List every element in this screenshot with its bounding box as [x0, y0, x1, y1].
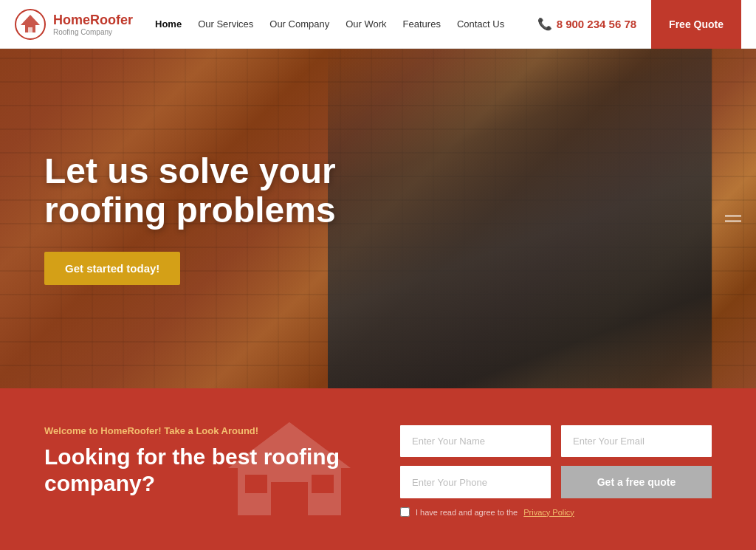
menu-line-2	[725, 221, 741, 222]
header: HomeRoofer Roofing Company Home Our Serv…	[0, 0, 756, 49]
svg-rect-7	[245, 475, 267, 493]
privacy-checkbox[interactable]	[400, 507, 410, 517]
form-row-1	[400, 425, 712, 457]
logo-icon	[15, 9, 46, 40]
hero-cta-button[interactable]: Get started today!	[44, 252, 180, 285]
nav-contact[interactable]: Contact Us	[457, 18, 504, 30]
nav-services[interactable]: Our Services	[198, 18, 253, 30]
hero-title: Let us solve your roofing problems	[44, 152, 384, 230]
svg-rect-8	[312, 475, 334, 493]
form-row-2: Get a free quote	[400, 466, 712, 498]
section-left: Welcome to HomeRoofer! Take a Look Aroun…	[44, 425, 356, 497]
nav-features[interactable]: Features	[403, 18, 441, 30]
nav-company[interactable]: Our Company	[269, 18, 329, 30]
svg-rect-6	[271, 482, 308, 515]
hero-menu-toggle[interactable]	[725, 216, 741, 222]
contact-form: Get a free quote I have read and agree t…	[400, 425, 712, 517]
logo-subtitle: Roofing Company	[53, 28, 133, 36]
logo-title: HomeRoofer	[53, 13, 133, 28]
phone-number: 8 900 234 56 78	[557, 18, 636, 30]
nav-work[interactable]: Our Work	[346, 18, 386, 30]
email-input[interactable]	[561, 425, 712, 457]
contact-section: Welcome to HomeRoofer! Take a Look Aroun…	[0, 388, 756, 550]
name-input[interactable]	[400, 425, 551, 457]
svg-marker-4	[230, 423, 348, 467]
house-watermark-icon	[223, 416, 356, 519]
checkbox-label: I have read and agree to the	[416, 508, 518, 517]
hero-content: Let us solve your roofing problems Get s…	[0, 152, 384, 286]
nav-home[interactable]: Home	[155, 18, 182, 30]
logo[interactable]: HomeRoofer Roofing Company	[15, 9, 133, 40]
svg-rect-3	[28, 27, 32, 32]
privacy-row: I have read and agree to the Privacy Pol…	[400, 507, 712, 517]
privacy-link[interactable]: Privacy Policy	[523, 508, 574, 517]
svg-marker-1	[21, 15, 40, 25]
hero-person-overlay	[328, 49, 712, 388]
phone-display: 📞 8 900 234 56 78	[523, 17, 651, 31]
get-quote-button[interactable]: Get a free quote	[561, 466, 712, 498]
phone-icon: 📞	[537, 17, 552, 31]
hero-section: Let us solve your roofing problems Get s…	[0, 49, 756, 388]
free-quote-button[interactable]: Free Quote	[651, 0, 741, 49]
menu-line-1	[725, 216, 741, 217]
phone-input[interactable]	[400, 466, 551, 498]
main-nav: Home Our Services Our Company Our Work F…	[133, 18, 523, 30]
